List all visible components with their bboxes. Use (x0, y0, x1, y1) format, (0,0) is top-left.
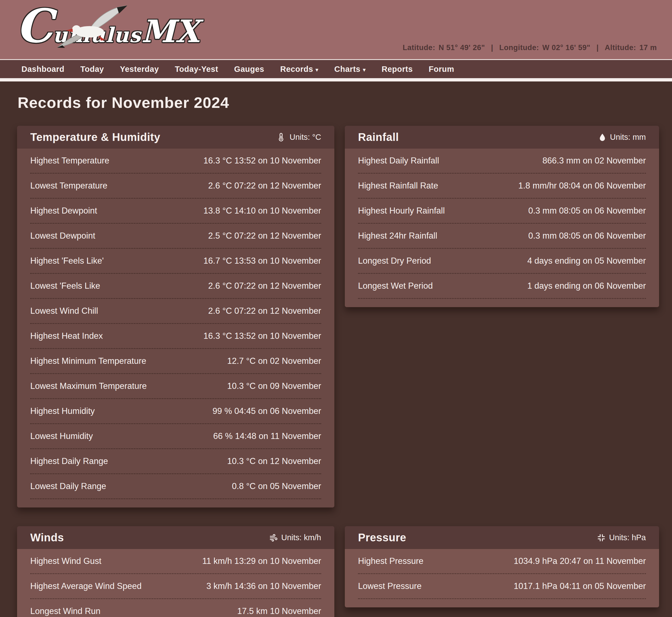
logo[interactable]: C umulus MX (16, 3, 199, 49)
site-header: C umulus MX Latitude:N 51° 49' 26"|Longi… (0, 0, 672, 59)
record-value: 3 km/h 14:36 on 10 November (206, 581, 321, 591)
panel-units: Units: mm (598, 133, 646, 142)
record-value: 0.3 mm 08:05 on 06 November (528, 206, 646, 216)
panel-title: Rainfall (358, 131, 399, 143)
nav-item-label: Gauges (234, 65, 264, 74)
meta-value: N 51° 49' 26" (439, 43, 485, 52)
wind-icon (269, 533, 278, 542)
record-row: Highest Hourly Rainfall 0.3 mm 08:05 on … (358, 199, 646, 224)
page-title: Records for November 2024 (18, 93, 659, 112)
units-label: Units: mm (610, 133, 646, 142)
record-label: Lowest Dewpoint (30, 231, 95, 241)
record-value: 1017.1 hPa 04:11 on 05 November (514, 581, 646, 591)
nav-item-records[interactable]: Records▾ (280, 65, 318, 74)
record-value: 99 % 04:45 on 06 November (212, 406, 321, 416)
record-label: Lowest Pressure (358, 581, 422, 591)
record-label: Highest Wind Gust (30, 556, 101, 566)
record-row: Lowest Pressure 1017.1 hPa 04:11 on 05 N… (358, 574, 646, 599)
nav-item-today-yest[interactable]: Today-Yest (175, 65, 218, 74)
units-label: Units: hPa (609, 533, 646, 542)
record-row: Lowest 'Feels Like 2.6 °C 07:22 on 12 No… (30, 274, 321, 299)
record-value: 16.3 °C 13:52 on 10 November (203, 331, 321, 341)
panel-header: Rainfall Units: mm (345, 126, 659, 149)
record-value: 2.5 °C 07:22 on 12 November (208, 231, 321, 241)
panel-title: Pressure (358, 532, 406, 544)
nav-item-dashboard[interactable]: Dashboard (21, 65, 64, 74)
meta-separator: | (596, 43, 599, 52)
units-label: Units: km/h (281, 533, 321, 542)
record-row: Lowest Daily Range 0.8 °C on 05 November (30, 474, 321, 499)
record-row: Highest 24hr Rainfall 0.3 mm 08:05 on 06… (358, 224, 646, 249)
record-label: Highest Daily Rainfall (358, 156, 439, 166)
panel-rainfall: Rainfall Units: mm Highest Daily Rainfal… (345, 126, 659, 307)
panel-title: Winds (30, 532, 64, 544)
record-label: Lowest Humidity (30, 431, 93, 441)
panel-body: Highest Temperature 16.3 °C 13:52 on 10 … (17, 149, 334, 507)
record-value: 66 % 14:48 on 11 November (213, 431, 321, 441)
chevron-down-icon: ▾ (316, 67, 318, 72)
meta-label: Altitude: (605, 43, 636, 52)
record-label: Highest Minimum Temperature (30, 356, 147, 366)
meta-value: 17 m (639, 43, 657, 52)
record-value: 16.7 °C 13:53 on 10 November (203, 256, 321, 266)
record-row: Lowest Wind Chill 2.6 °C 07:22 on 12 Nov… (30, 299, 321, 324)
nav-item-label: Yesterday (120, 65, 159, 74)
nav-item-charts[interactable]: Charts▾ (334, 65, 366, 74)
nav-item-label: Charts (334, 65, 361, 74)
meta-value: W 02° 16' 59" (542, 43, 591, 52)
droplet-icon (598, 133, 607, 142)
record-label: Longest Dry Period (358, 256, 431, 266)
station-meta: Latitude:N 51° 49' 26"|Longitude:W 02° 1… (403, 43, 657, 52)
nav-item-label: Dashboard (21, 65, 64, 74)
record-row: Lowest Maximum Temperature 10.3 °C on 09… (30, 374, 321, 399)
nav-item-today[interactable]: Today (80, 65, 104, 74)
record-row: Longest Wind Run 17.5 km 10 November (30, 599, 321, 617)
nav-item-forum[interactable]: Forum (429, 65, 454, 74)
record-value: 1 days ending on 06 November (527, 281, 646, 291)
station-longitude: Longitude:W 02° 16' 59" (499, 43, 590, 52)
nav-item-reports[interactable]: Reports (382, 65, 413, 74)
logo-text: umulus (53, 25, 141, 45)
compress-icon (597, 533, 606, 542)
meta-label: Longitude: (499, 43, 539, 52)
record-label: Highest 24hr Rainfall (358, 231, 437, 241)
record-row: Highest Daily Range 10.3 °C on 12 Novemb… (30, 449, 321, 474)
record-label: Highest Rainfall Rate (358, 181, 438, 191)
panel-body: Highest Wind Gust 11 km/h 13:29 on 10 No… (17, 549, 334, 617)
record-value: 1034.9 hPa 20:47 on 11 November (514, 556, 646, 566)
record-label: Highest Temperature (30, 156, 109, 166)
record-row: Highest Humidity 99 % 04:45 on 06 Novemb… (30, 399, 321, 424)
record-label: Highest Hourly Rainfall (358, 206, 445, 216)
record-row: Highest Wind Gust 11 km/h 13:29 on 10 No… (30, 549, 321, 574)
record-row: Highest Average Wind Speed 3 km/h 14:36 … (30, 574, 321, 599)
nav-item-label: Today (80, 65, 104, 74)
nav-separator-strip (0, 78, 672, 81)
record-value: 2.6 °C 07:22 on 12 November (208, 281, 321, 291)
panels-grid: Temperature & Humidity Units: °C Highest… (17, 126, 659, 617)
record-value: 1.8 mm/hr 08:04 on 06 November (518, 181, 646, 191)
record-value: 11 km/h 13:29 on 10 November (202, 556, 321, 566)
panel-units: Units: hPa (597, 533, 646, 542)
meta-label: Latitude: (403, 43, 435, 52)
logo-text: C (16, 3, 53, 49)
record-label: Longest Wet Period (358, 281, 433, 291)
panel-title: Temperature & Humidity (30, 131, 161, 143)
record-row: Highest Pressure 1034.9 hPa 20:47 on 11 … (358, 549, 646, 574)
record-label: Lowest Daily Range (30, 481, 106, 491)
record-label: Highest Daily Range (30, 456, 108, 466)
nav-item-gauges[interactable]: Gauges (234, 65, 264, 74)
record-row: Highest Dewpoint 13.8 °C 14:10 on 10 Nov… (30, 199, 321, 224)
record-row: Highest Daily Rainfall 866.3 mm on 02 No… (358, 149, 646, 174)
record-value: 17.5 km 10 November (237, 606, 321, 616)
record-label: Highest Average Wind Speed (30, 581, 142, 591)
main-nav: DashboardTodayYesterdayToday-YestGaugesR… (0, 59, 672, 78)
record-row: Highest Temperature 16.3 °C 13:52 on 10 … (30, 149, 321, 174)
panel-units: Units: km/h (269, 533, 321, 542)
station-altitude: Altitude:17 m (605, 43, 657, 52)
nav-item-yesterday[interactable]: Yesterday (120, 65, 159, 74)
record-value: 13.8 °C 14:10 on 10 November (203, 206, 321, 216)
record-value: 0.8 °C on 05 November (232, 481, 321, 491)
record-label: Highest Humidity (30, 406, 95, 416)
record-label: Highest Pressure (358, 556, 424, 566)
record-label: Lowest Maximum Temperature (30, 381, 147, 391)
